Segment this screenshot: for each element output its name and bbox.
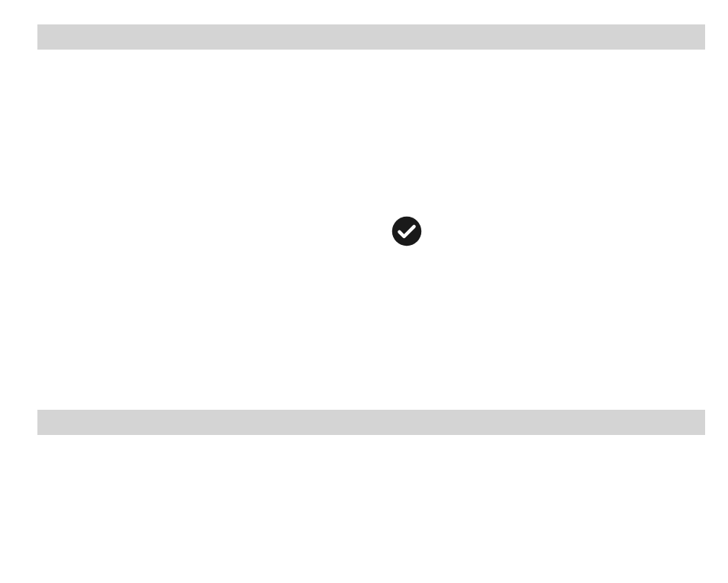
top-placeholder-bar xyxy=(37,24,705,50)
svg-point-0 xyxy=(392,217,422,246)
bottom-placeholder-bar xyxy=(37,410,705,435)
check-circle-icon xyxy=(391,215,423,247)
